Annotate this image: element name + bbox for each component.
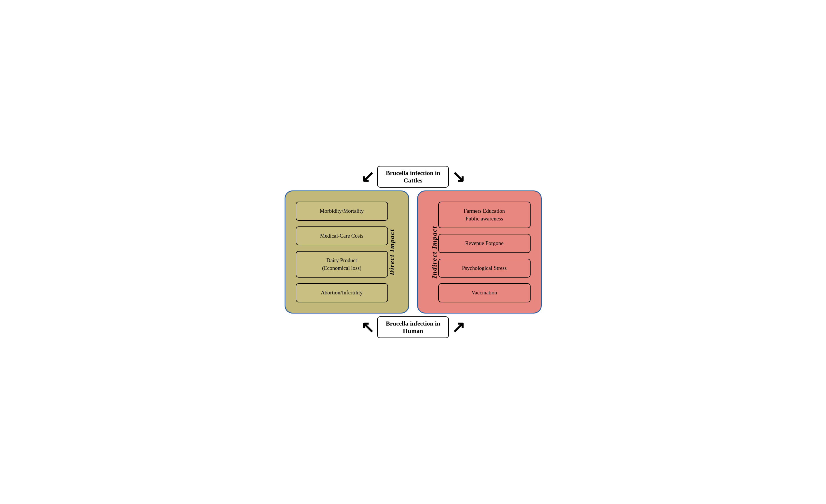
left-item-2: Medical-Care Costs: [296, 227, 388, 246]
bottom-right-arrow: ↗: [452, 319, 465, 335]
left-item-3: Dairy Product(Economical loss): [296, 251, 388, 277]
left-item-1: Morbidity/Mortality: [296, 202, 388, 221]
right-panel: Indirect Impact Farmers EducationPublic …: [417, 190, 542, 314]
bottom-infection-box: Brucella infection in Human: [377, 316, 449, 338]
indirect-impact-label: Indirect Impact: [426, 202, 438, 302]
bottom-left-arrow: ↖: [361, 319, 374, 335]
bottom-label-line1: Brucella infection in: [386, 320, 440, 327]
right-item-4: Vaccination: [438, 283, 531, 302]
right-item-1: Farmers EducationPublic awareness: [438, 202, 531, 228]
left-item-4: Abortion/Infertility: [296, 283, 388, 302]
panels-row: Morbidity/Mortality Medical-Care Costs D…: [285, 190, 542, 314]
top-label-line1: Brucella infection in: [386, 169, 440, 177]
right-item-2: Revenue Forgone: [438, 234, 531, 253]
right-item-3: Psychological Stress: [438, 259, 531, 278]
right-items: Farmers EducationPublic awareness Revenu…: [438, 202, 531, 302]
left-items: Morbidity/Mortality Medical-Care Costs D…: [296, 202, 388, 302]
top-right-arrow: ↘: [452, 169, 465, 185]
direct-impact-label: Direct Impact: [388, 202, 400, 302]
bottom-label-line2: Human: [403, 327, 423, 334]
top-label-line2: Cattles: [404, 177, 423, 184]
top-left-arrow: ↙: [361, 169, 374, 185]
top-label-row: ↙ Brucella infection in Cattles ↘: [285, 166, 542, 188]
top-infection-box: Brucella infection in Cattles: [377, 166, 449, 188]
bottom-label-row: ↖ Brucella infection in Human ↗: [285, 316, 542, 338]
diagram-wrapper: ↙ Brucella infection in Cattles ↘ Morbid…: [285, 166, 542, 338]
left-panel: Morbidity/Mortality Medical-Care Costs D…: [285, 190, 409, 314]
